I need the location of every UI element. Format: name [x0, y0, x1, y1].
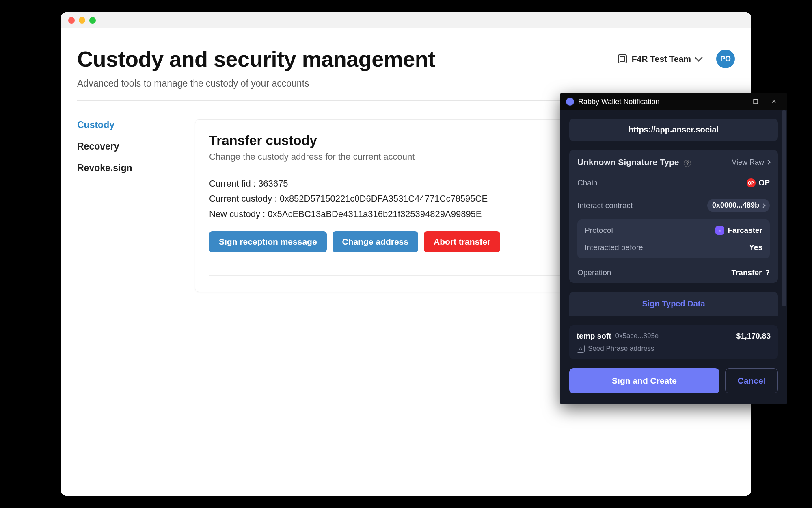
change-address-button[interactable]: Change address — [333, 231, 418, 252]
maximize-window-icon[interactable] — [89, 17, 96, 24]
protocol-name: Farcaster — [728, 226, 762, 235]
team-selector[interactable]: F4R Test Team — [618, 54, 702, 64]
chevron-right-icon — [761, 203, 765, 208]
help-icon[interactable]: ? — [765, 268, 770, 277]
operation-row: Operation Transfer ? — [569, 263, 778, 283]
chain-row: Chain OP OP — [569, 173, 778, 193]
page-subtitle: Advanced tools to manage the custody of … — [77, 78, 735, 89]
fid-label: Current fid : — [209, 178, 256, 189]
new-custody-label: New custody : — [209, 209, 265, 219]
account-row[interactable]: temp soft 0x5ace...895e $1,170.83 A Seed… — [569, 325, 778, 359]
view-raw-button[interactable]: View Raw — [732, 158, 770, 167]
chain-label: Chain — [577, 178, 598, 187]
close-icon[interactable]: ✕ — [767, 98, 781, 105]
chevron-down-icon — [695, 54, 703, 62]
chevron-right-icon — [766, 160, 770, 164]
rabby-wallet-popup: Rabby Wallet Notification ─ ☐ ✕ https://… — [560, 93, 787, 404]
account-name: temp soft — [577, 332, 611, 341]
close-window-icon[interactable] — [68, 17, 75, 24]
team-name: F4R Test Team — [632, 54, 691, 64]
operation-label: Operation — [577, 268, 611, 277]
sidebar-item-recovery[interactable]: Recovery — [77, 141, 179, 152]
minimize-window-icon[interactable] — [79, 17, 85, 24]
contract-row: Interact contract 0x0000...489b — [569, 193, 778, 218]
sign-reception-button[interactable]: Sign reception message — [209, 231, 327, 252]
abort-transfer-button[interactable]: Abort transfer — [424, 231, 500, 252]
contract-address-pill[interactable]: 0x0000...489b — [707, 199, 770, 212]
help-icon[interactable]: ? — [684, 160, 691, 167]
fid-value: 363675 — [258, 178, 288, 189]
new-custody-value: 0x5AcEBC13aBDe4311a316b21f325394829A9989… — [268, 209, 482, 219]
maximize-icon[interactable]: ☐ — [748, 98, 762, 105]
contract-label: Interact contract — [577, 201, 633, 210]
sign-and-create-button[interactable]: Sign and Create — [569, 368, 719, 393]
view-raw-label: View Raw — [732, 158, 764, 167]
sidebar-item-custody[interactable]: Custody — [77, 119, 179, 130]
interacted-row: Interacted before Yes — [577, 239, 770, 256]
account-balance: $1,170.83 — [736, 332, 771, 341]
current-custody-value: 0x852D57150221c0D6DFA3531C44771Cc78595CE — [280, 193, 488, 204]
account-type: Seed Phrase address — [588, 345, 654, 353]
account-address: 0x5ace...895e — [615, 332, 659, 340]
interacted-value: Yes — [749, 243, 762, 252]
contract-details: Protocol n Farcaster Interacted before Y… — [577, 219, 770, 258]
page-title: Custody and security management — [77, 46, 435, 72]
account-type-row: A Seed Phrase address — [577, 345, 771, 353]
origin-url: https://app.anser.social — [569, 119, 778, 141]
account-top: temp soft 0x5ace...895e $1,170.83 — [577, 332, 771, 341]
building-icon — [618, 54, 627, 63]
operation-value: Transfer — [731, 268, 762, 277]
protocol-row: Protocol n Farcaster — [577, 222, 770, 239]
interacted-label: Interacted before — [585, 243, 643, 252]
contract-address: 0x0000...489b — [712, 201, 759, 210]
chain-name: OP — [759, 178, 770, 187]
cancel-button[interactable]: Cancel — [725, 368, 778, 393]
protocol-label: Protocol — [585, 226, 613, 235]
scrollbar[interactable] — [782, 110, 786, 306]
farcaster-icon: n — [715, 226, 724, 235]
rabby-window-title: Rabby Wallet Notification — [578, 98, 659, 106]
current-custody-label: Current custody : — [209, 193, 277, 204]
seed-phrase-icon: A — [577, 345, 585, 353]
signature-type: Unknown Signature Type — [577, 157, 679, 167]
avatar[interactable]: PO — [716, 50, 735, 68]
sidebar: Custody Recovery Revoke.sign — [77, 119, 179, 292]
sidebar-item-revoke[interactable]: Revoke.sign — [77, 163, 179, 174]
sign-typed-data-header[interactable]: Sign Typed Data — [569, 292, 778, 316]
header-row: Custody and security management F4R Test… — [77, 46, 735, 72]
rabby-logo-icon — [566, 98, 574, 106]
signature-header: Unknown Signature Type ? View Raw — [569, 150, 778, 173]
rabby-titlebar: Rabby Wallet Notification ─ ☐ ✕ — [560, 93, 787, 110]
action-row: Sign and Create Cancel — [560, 368, 787, 404]
op-badge-icon: OP — [747, 178, 756, 187]
signature-panel: Unknown Signature Type ? View Raw Chain … — [569, 150, 778, 283]
minimize-icon[interactable]: ─ — [729, 98, 744, 105]
mac-titlebar — [61, 12, 751, 28]
rabby-body: https://app.anser.social Unknown Signatu… — [560, 110, 787, 316]
